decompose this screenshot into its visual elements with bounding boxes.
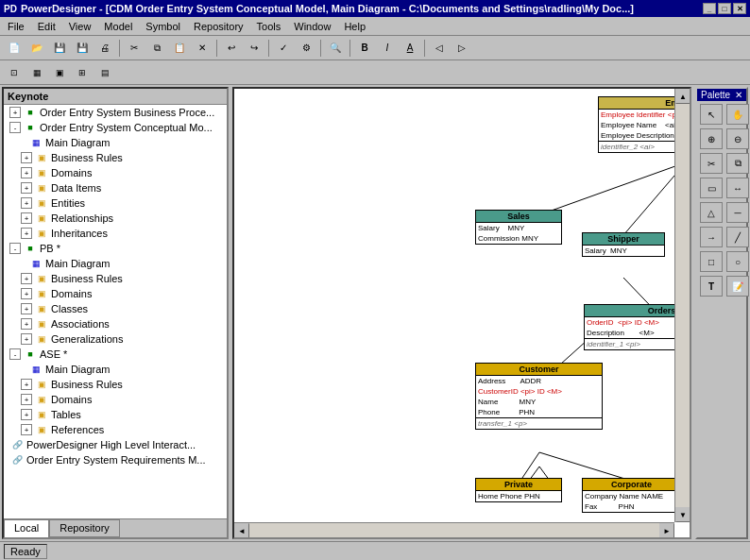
tb-bold[interactable]: B [354,39,375,58]
tb-delete[interactable]: ✕ [192,39,213,58]
palette-rect-tool[interactable]: □ [700,251,723,272]
tree-item-main-diagram-ase[interactable]: ▦ Main Diagram [4,362,227,377]
tb-new[interactable]: 📄 [4,39,25,58]
expand-ase[interactable]: - [9,348,21,360]
tree-item-entities[interactable]: + ▣ Entities [4,195,227,211]
entity-shipper[interactable]: Shipper Salary MNY [582,232,665,257]
tree-item-inheritances[interactable]: + ▣ Inheritances [4,226,227,241]
close-button[interactable]: ✕ [733,3,746,14]
tree-item-order-business[interactable]: + ■ Order Entry System Business Proce... [4,105,227,120]
expand-br-pb[interactable]: + [21,273,32,284]
palette-zoom-out-tool[interactable]: ⊖ [726,128,749,149]
tb2-btn2[interactable]: ▦ [26,63,47,82]
tree-item-references[interactable]: + ▣ References [4,422,227,437]
tb2-btn3[interactable]: ▣ [49,63,70,82]
tb-save[interactable]: 💾 [49,39,70,58]
scroll-left-button[interactable]: ◄ [234,523,249,538]
expand-pb[interactable]: - [9,243,21,254]
expand-entities[interactable]: + [21,197,32,209]
tree-item-ase[interactable]: - ■ ASE * [4,347,227,362]
tb-check[interactable]: ✓ [273,39,294,58]
scroll-up-button[interactable]: ▲ [675,89,690,104]
menu-help[interactable]: Help [338,18,371,35]
palette-entity-tool[interactable]: ▭ [700,178,723,198]
tree-item-classes[interactable]: + ▣ Classes [4,301,227,316]
tb2-btn5[interactable]: ▤ [94,63,115,82]
tree-item-domains-1[interactable]: + ▣ Domains [4,165,227,180]
palette-inheritance-tool[interactable]: △ [700,202,723,223]
entity-corporate[interactable]: Corporate Company Name NAME Fax PHN [582,478,681,513]
entity-customer[interactable]: Customer Address ADDR CustomerID <pi> ID… [475,363,603,430]
tb-undo[interactable]: ↩ [221,39,242,58]
palette-copy-tool[interactable]: ⧉ [726,153,749,174]
palette-link-tool[interactable]: ─ [726,202,749,223]
diagram-scrollbar-vertical[interactable]: ▲ ▼ [674,89,690,522]
expand-references[interactable]: + [21,424,32,435]
tree-item-domains-ase[interactable]: + ▣ Domains [4,392,227,407]
tree-item-pb[interactable]: - ■ PB * [4,241,227,256]
expand-inheritances[interactable]: + [21,228,32,239]
scroll-down-button[interactable]: ▼ [675,507,690,522]
expand-br-ase[interactable]: + [21,379,32,390]
tree-item-associations[interactable]: + ▣ Associations [4,316,227,331]
menu-tools[interactable]: Tools [251,18,287,35]
expand-order-business[interactable]: + [9,107,21,118]
tb-generate[interactable]: ⚙ [296,39,316,58]
tb-align-left[interactable]: ◁ [429,39,450,58]
tb-underline[interactable]: A [400,39,420,58]
menu-file[interactable]: File [2,18,30,35]
palette-relationship-tool[interactable]: ↔ [726,178,749,198]
scroll-right-button[interactable]: ► [659,523,674,538]
menu-repository[interactable]: Repository [188,18,249,35]
palette-pointer-tool[interactable]: ↖ [700,104,723,125]
tree-item-business-rules-1[interactable]: + ▣ Business Rules [4,150,227,165]
palette-arrow-tool[interactable]: → [700,227,723,247]
tree-item-order-requirements[interactable]: 🔗 Order Entry System Requirements M... [4,452,227,467]
tb-paste[interactable]: 📋 [169,39,190,58]
scroll-horizontal-track[interactable] [249,523,659,537]
palette-line-tool[interactable]: ╱ [726,227,749,247]
tree-area[interactable]: + ■ Order Entry System Business Proce...… [4,105,227,518]
palette-cut-tool[interactable]: ✂ [700,153,723,174]
expand-order-conceptual[interactable]: - [9,122,21,133]
palette-zoom-in-tool[interactable]: ⊕ [700,128,723,149]
tb-print[interactable]: 🖨 [94,39,115,58]
expand-tables[interactable]: + [21,409,32,420]
palette-text-tool[interactable]: T [700,276,723,297]
expand-relationships[interactable]: + [21,212,32,224]
expand-dom-ase[interactable]: + [21,394,32,405]
tree-item-data-items[interactable]: + ▣ Data Items [4,180,227,195]
tb-copy[interactable]: ⧉ [146,39,167,58]
tb-save-all[interactable]: 💾 [72,39,93,58]
expand-gen[interactable]: + [21,333,32,345]
expand-domains-1[interactable]: + [21,167,32,178]
tab-repository[interactable]: Repository [49,519,120,537]
palette-close-icon[interactable]: ✕ [735,90,742,100]
expand-associations[interactable]: + [21,318,32,330]
tree-item-generalizations[interactable]: + ▣ Generalizations [4,331,227,347]
tab-local[interactable]: Local [4,519,49,537]
diagram-panel[interactable]: Employee Employee Identifier <pi> ID <M>… [232,87,691,539]
palette-hand-tool[interactable]: ✋ [726,104,749,125]
tb-align-right[interactable]: ▷ [452,39,472,58]
expand-business-rules-1[interactable]: + [21,152,32,163]
tree-item-domains-pb[interactable]: + ▣ Domains [4,286,227,301]
menu-window[interactable]: Window [288,18,336,35]
expand-classes[interactable]: + [21,303,32,314]
entity-private[interactable]: Private Home Phone PHN [475,478,562,502]
diagram-scrollbar-horizontal[interactable]: ◄ ► [234,522,674,537]
tree-item-business-rules-pb[interactable]: + ▣ Business Rules [4,271,227,286]
tree-item-main-diagram-1[interactable]: ▦ Main Diagram [4,135,227,150]
palette-note-tool[interactable]: 📝 [726,276,749,297]
tb-italic[interactable]: I [377,39,398,58]
tb-redo[interactable]: ↪ [244,39,264,58]
menu-symbol[interactable]: Symbol [140,18,186,35]
tree-item-powerdesigner-high[interactable]: 🔗 PowerDesigner High Level Interact... [4,437,227,452]
maximize-button[interactable]: □ [718,3,731,14]
tb2-btn1[interactable]: ⊡ [4,63,25,82]
tb-cut[interactable]: ✂ [124,39,145,58]
tb-open[interactable]: 📂 [26,39,47,58]
menu-view[interactable]: View [63,18,97,35]
tree-item-tables[interactable]: + ▣ Tables [4,407,227,422]
expand-dom-pb[interactable]: + [21,288,32,299]
